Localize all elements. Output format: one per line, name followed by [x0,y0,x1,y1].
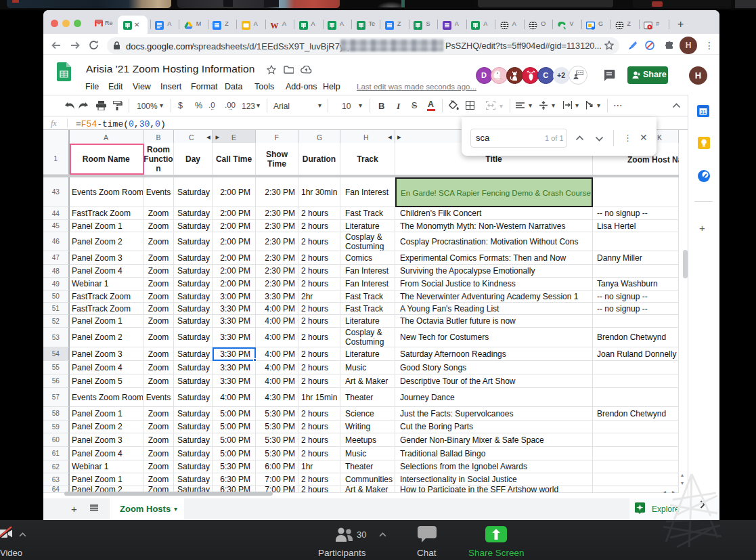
svg-text:31: 31 [701,109,706,115]
svg-text:W: W [271,21,279,30]
